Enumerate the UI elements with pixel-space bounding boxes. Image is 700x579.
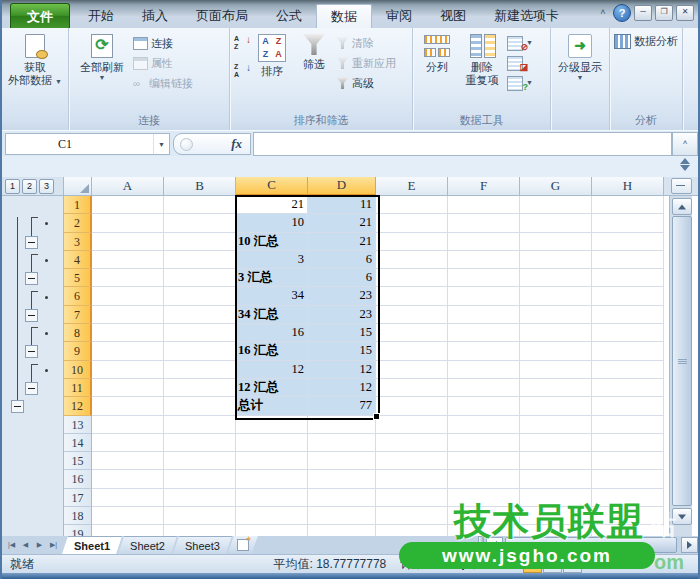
cell-B5[interactable] <box>164 269 236 287</box>
vertical-scrollbar[interactable] <box>669 196 692 536</box>
normal-view-button[interactable]: ▦ <box>523 556 542 573</box>
cell-H5[interactable] <box>592 269 664 287</box>
column-header-B[interactable]: B <box>164 177 236 196</box>
cell-B10[interactable] <box>164 361 236 379</box>
column-header-E[interactable]: E <box>376 177 448 196</box>
cell-F14[interactable] <box>448 434 520 452</box>
cell-C11[interactable]: 12 汇总 <box>236 379 308 397</box>
expand-formula-bar-icon[interactable]: ˄ <box>672 132 698 156</box>
data-validation-button[interactable]: ⊘ ▼ <box>507 35 533 51</box>
cell-E16[interactable] <box>376 470 448 488</box>
cell-E7[interactable] <box>376 306 448 324</box>
hscroll-right-button[interactable] <box>681 537 698 553</box>
cell-G19[interactable] <box>520 525 592 536</box>
restore-window-button[interactable]: ❐ <box>655 5 673 21</box>
scrollbar-up-button[interactable] <box>672 198 692 215</box>
cell-G6[interactable] <box>520 287 592 305</box>
cell-F12[interactable] <box>448 397 520 415</box>
first-sheet-icon[interactable]: |◀ <box>5 538 18 551</box>
cell-D11[interactable]: 12 <box>308 379 376 397</box>
ribbon-tab-6[interactable]: 视图 <box>426 4 480 28</box>
get-external-data-button[interactable]: 获取 外部数据 ▼ <box>7 31 63 87</box>
cell-F4[interactable] <box>448 251 520 269</box>
cell-E12[interactable] <box>376 397 448 415</box>
sort-ascending-button[interactable]: AZ↓ <box>234 35 250 51</box>
cell-A10[interactable] <box>92 361 164 379</box>
cell-A1[interactable] <box>92 196 164 214</box>
cell-C10[interactable]: 12 <box>236 361 308 379</box>
cell-D18[interactable] <box>308 507 376 525</box>
row-header-3[interactable]: 3 <box>64 233 92 251</box>
cell-H15[interactable] <box>592 452 664 470</box>
cell-E9[interactable] <box>376 342 448 360</box>
refresh-all-button[interactable]: ⟳ 全部刷新 ▼ <box>73 31 131 82</box>
cell-F6[interactable] <box>448 287 520 305</box>
cell-E3[interactable] <box>376 233 448 251</box>
cell-C9[interactable]: 16 汇总 <box>236 342 308 360</box>
cell-H12[interactable] <box>592 397 664 415</box>
cell-B8[interactable] <box>164 324 236 342</box>
sheet-tab-sheet3[interactable]: Sheet3 <box>173 536 232 554</box>
page-layout-view-button[interactable]: ▤ <box>543 556 562 573</box>
page-break-view-button[interactable]: ▥ <box>563 556 582 573</box>
row-header-19[interactable]: 19 <box>64 525 92 536</box>
tab-split-handle[interactable] <box>478 536 484 553</box>
cell-B7[interactable] <box>164 306 236 324</box>
column-header-C[interactable]: C <box>236 177 308 196</box>
filter-button[interactable]: 筛选 <box>294 31 334 71</box>
cell-E8[interactable] <box>376 324 448 342</box>
cell-C17[interactable] <box>236 489 308 507</box>
cell-F3[interactable] <box>448 233 520 251</box>
minimize-ribbon-icon[interactable]: ˄ <box>596 6 610 20</box>
cell-F7[interactable] <box>448 306 520 324</box>
row-header-1[interactable]: 1 <box>64 196 92 214</box>
cell-C6[interactable]: 34 <box>236 287 308 305</box>
cell-D15[interactable] <box>308 452 376 470</box>
cell-B19[interactable] <box>164 525 236 536</box>
cell-C13[interactable] <box>236 416 308 434</box>
outline-collapse-button-level2[interactable] <box>25 345 38 358</box>
cell-E11[interactable] <box>376 379 448 397</box>
fx-icon[interactable]: fx <box>231 136 242 152</box>
remove-duplicates-button[interactable]: 删除 重复项 <box>459 31 505 87</box>
row-header-13[interactable]: 13 <box>64 416 92 434</box>
cell-D14[interactable] <box>308 434 376 452</box>
row-header-5[interactable]: 5 <box>64 269 92 287</box>
cell-C14[interactable] <box>236 434 308 452</box>
cell-F5[interactable] <box>448 269 520 287</box>
cell-D8[interactable]: 15 <box>308 324 376 342</box>
consolidate-button[interactable]: ◪ <box>507 55 533 71</box>
row-header-7[interactable]: 7 <box>64 306 92 324</box>
ribbon-tab-4[interactable]: 数据 <box>316 4 372 29</box>
cell-H4[interactable] <box>592 251 664 269</box>
row-header-12[interactable]: 12 <box>64 397 92 415</box>
cell-F8[interactable] <box>448 324 520 342</box>
formula-bar-scroll-arrows[interactable] <box>680 158 690 171</box>
row-header-15[interactable]: 15 <box>64 452 92 470</box>
cell-D13[interactable] <box>308 416 376 434</box>
cell-C1[interactable]: 21 <box>236 196 308 214</box>
advanced-filter-button[interactable]: ✎ 高级 <box>336 75 396 91</box>
insert-function-area[interactable]: fx <box>173 133 251 155</box>
cell-B1[interactable] <box>164 196 236 214</box>
split-handle[interactable] <box>671 178 692 194</box>
cell-G18[interactable] <box>520 507 592 525</box>
next-sheet-icon[interactable]: ▶ <box>33 538 46 551</box>
cell-E15[interactable] <box>376 452 448 470</box>
cell-A14[interactable] <box>92 434 164 452</box>
column-header-F[interactable]: F <box>448 177 520 196</box>
insert-worksheet-tab[interactable] <box>228 536 258 553</box>
cell-C19[interactable] <box>236 525 308 536</box>
ribbon-tab-0[interactable]: 开始 <box>74 4 128 28</box>
cell-H11[interactable] <box>592 379 664 397</box>
scrollbar-down-button[interactable] <box>672 508 692 525</box>
close-window-button[interactable]: ✕ <box>676 5 694 21</box>
cell-B11[interactable] <box>164 379 236 397</box>
row-header-11[interactable]: 11 <box>64 379 92 397</box>
cell-C7[interactable]: 34 汇总 <box>236 306 308 324</box>
column-header-H[interactable]: H <box>592 177 664 196</box>
scroll-up-icon[interactable] <box>680 158 690 164</box>
cell-C3[interactable]: 10 汇总 <box>236 233 308 251</box>
cell-C2[interactable]: 10 <box>236 214 308 232</box>
last-sheet-icon[interactable]: ▶| <box>47 538 60 551</box>
